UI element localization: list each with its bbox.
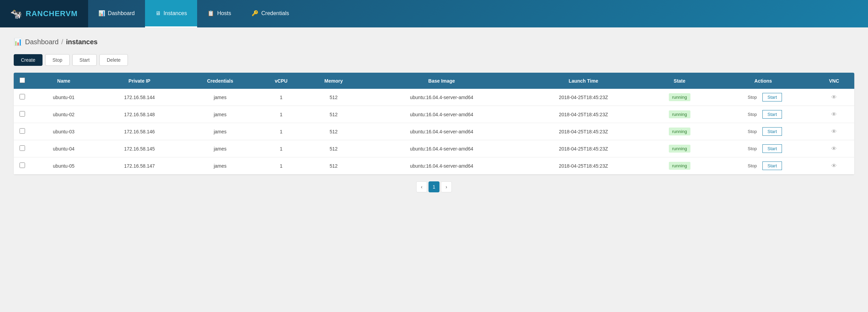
header-checkbox-col	[14, 73, 31, 89]
row-checkbox-3[interactable]	[20, 145, 25, 151]
next-page-button[interactable]: ›	[441, 181, 452, 192]
header-memory: Memory	[304, 73, 363, 89]
instances-table-container: Name Private IP Credentials vCPU Memory …	[14, 73, 854, 175]
row-stop-button[interactable]: Stop	[744, 110, 760, 118]
row-checkbox-4[interactable]	[20, 163, 25, 168]
row-checkbox-cell	[14, 157, 31, 175]
create-button[interactable]: Create	[14, 54, 43, 66]
brand-icon: 🐄	[10, 8, 22, 20]
toolbar: Create Stop Start Delete	[14, 54, 854, 66]
row-checkbox-cell	[14, 89, 31, 106]
row-stop-button[interactable]: Stop	[744, 162, 760, 170]
row-name: ubuntu-04	[31, 140, 97, 157]
table-row: ubuntu-05 172.16.58.147 james 1 512 ubun…	[14, 157, 854, 175]
brand-logo: 🐄 RANCHERVM	[10, 8, 78, 20]
row-private-ip: 172.16.58.147	[97, 157, 182, 175]
hosts-icon: 📋	[207, 10, 214, 16]
nav-item-credentials[interactable]: 🔑 Credentials	[241, 0, 299, 27]
header-base-image: Base Image	[363, 73, 520, 89]
row-start-button[interactable]: Start	[762, 161, 782, 170]
row-base-image: ubuntu:16.04.4-server-amd64	[363, 123, 520, 140]
row-name: ubuntu-01	[31, 89, 97, 106]
row-launch-time: 2018-04-25T18:45:23Z	[520, 123, 647, 140]
table-body: ubuntu-01 172.16.58.144 james 1 512 ubun…	[14, 89, 854, 175]
row-memory: 512	[304, 123, 363, 140]
row-checkbox-1[interactable]	[20, 111, 25, 117]
delete-button[interactable]: Delete	[99, 54, 128, 66]
row-base-image: ubuntu:16.04.4-server-amd64	[363, 157, 520, 175]
row-stop-button[interactable]: Stop	[744, 145, 760, 153]
row-vnc-cell: 👁	[814, 106, 854, 123]
row-memory: 512	[304, 89, 363, 106]
row-vcpu: 1	[258, 123, 304, 140]
row-vnc-cell: 👁	[814, 89, 854, 106]
select-all-checkbox[interactable]	[20, 77, 25, 83]
start-button[interactable]: Start	[72, 54, 97, 66]
row-launch-time: 2018-04-25T18:45:23Z	[520, 157, 647, 175]
header-credentials: Credentials	[182, 73, 258, 89]
page-1-button[interactable]: 1	[429, 181, 439, 192]
row-stop-button[interactable]: Stop	[744, 93, 760, 101]
main-nav: 📊 Dashboard 🖥 Instances 📋 Hosts 🔑 Creden…	[88, 0, 300, 27]
row-actions-cell: Stop Start	[712, 123, 814, 140]
breadcrumb-home-icon: 📊	[14, 38, 22, 46]
vnc-icon[interactable]: 👁	[831, 111, 837, 117]
page-content: 📊 Dashboard / instances Create Stop Star…	[0, 27, 868, 209]
breadcrumb: 📊 Dashboard / instances	[14, 38, 854, 46]
vnc-icon[interactable]: 👁	[831, 163, 837, 169]
row-credentials: james	[182, 89, 258, 106]
stop-button[interactable]: Stop	[45, 54, 70, 66]
row-state: running	[647, 140, 712, 157]
row-credentials: james	[182, 106, 258, 123]
credentials-icon: 🔑	[252, 10, 258, 16]
breadcrumb-current: instances	[66, 38, 97, 46]
row-start-button[interactable]: Start	[762, 144, 782, 153]
row-checkbox-0[interactable]	[20, 94, 25, 99]
nav-item-instances[interactable]: 🖥 Instances	[145, 0, 197, 27]
brand-prefix: RANCHER	[26, 9, 66, 18]
row-actions-cell: Stop Start	[712, 89, 814, 106]
breadcrumb-separator: /	[61, 38, 63, 46]
row-memory: 512	[304, 106, 363, 123]
row-vnc-cell: 👁	[814, 123, 854, 140]
row-stop-button[interactable]: Stop	[744, 128, 760, 135]
vnc-icon[interactable]: 👁	[831, 94, 837, 100]
brand-name: RANCHERVM	[26, 9, 78, 18]
row-launch-time: 2018-04-25T18:45:23Z	[520, 140, 647, 157]
header-state: State	[647, 73, 712, 89]
row-start-button[interactable]: Start	[762, 93, 782, 101]
row-private-ip: 172.16.58.145	[97, 140, 182, 157]
table-header-row: Name Private IP Credentials vCPU Memory …	[14, 73, 854, 89]
row-name: ubuntu-03	[31, 123, 97, 140]
nav-item-dashboard[interactable]: 📊 Dashboard	[88, 0, 145, 27]
nav-item-hosts[interactable]: 📋 Hosts	[197, 0, 241, 27]
navbar: 🐄 RANCHERVM 📊 Dashboard 🖥 Instances 📋 Ho…	[0, 0, 868, 27]
row-start-button[interactable]: Start	[762, 110, 782, 119]
row-state: running	[647, 123, 712, 140]
instances-icon: 🖥	[155, 10, 161, 16]
row-state: running	[647, 106, 712, 123]
row-checkbox-cell	[14, 123, 31, 140]
prev-page-button[interactable]: ‹	[416, 181, 427, 192]
row-actions-cell: Stop Start	[712, 157, 814, 175]
row-checkbox-cell	[14, 140, 31, 157]
row-private-ip: 172.16.58.144	[97, 89, 182, 106]
state-badge: running	[669, 128, 690, 135]
header-launch-time: Launch Time	[520, 73, 647, 89]
vnc-icon[interactable]: 👁	[831, 146, 837, 152]
table-row: ubuntu-01 172.16.58.144 james 1 512 ubun…	[14, 89, 854, 106]
vnc-icon[interactable]: 👁	[831, 129, 837, 134]
breadcrumb-home-label: Dashboard	[25, 38, 59, 46]
row-actions-cell: Stop Start	[712, 106, 814, 123]
row-memory: 512	[304, 140, 363, 157]
row-vnc-cell: 👁	[814, 157, 854, 175]
row-start-button[interactable]: Start	[762, 127, 782, 136]
nav-label-hosts: Hosts	[217, 10, 231, 16]
row-checkbox-2[interactable]	[20, 128, 25, 134]
row-name: ubuntu-05	[31, 157, 97, 175]
state-badge: running	[669, 93, 690, 101]
row-credentials: james	[182, 123, 258, 140]
row-vnc-cell: 👁	[814, 140, 854, 157]
row-launch-time: 2018-04-25T18:45:23Z	[520, 106, 647, 123]
row-base-image: ubuntu:16.04.4-server-amd64	[363, 140, 520, 157]
